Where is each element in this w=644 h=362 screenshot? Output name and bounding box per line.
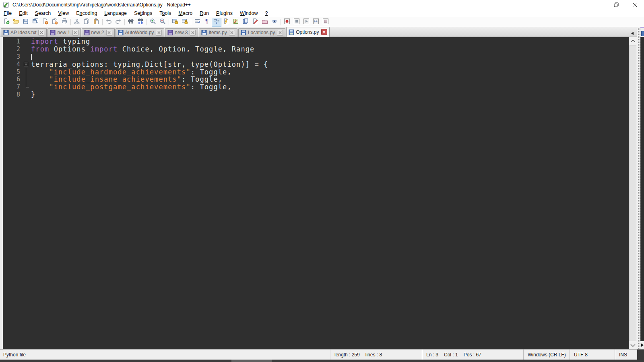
scrollbar-thumb[interactable] bbox=[630, 45, 636, 341]
code-line[interactable]: 6 "include_insane_achievements": Toggle, bbox=[3, 76, 629, 83]
menu-file[interactable]: File bbox=[0, 10, 15, 17]
file-modified-icon bbox=[167, 30, 173, 35]
tab-new-3[interactable]: new 3 bbox=[165, 28, 198, 37]
menu-run[interactable]: Run bbox=[196, 10, 213, 17]
undo-icon bbox=[105, 18, 112, 26]
document-list-icon bbox=[242, 18, 249, 26]
close-button[interactable] bbox=[40, 18, 50, 27]
menu-encoding[interactable]: Encoding bbox=[72, 10, 101, 17]
close-window-button[interactable] bbox=[625, 0, 644, 9]
menu-language[interactable]: Language bbox=[101, 10, 130, 17]
menu-window[interactable]: Window bbox=[236, 10, 261, 17]
menu-search[interactable]: Search bbox=[31, 10, 55, 17]
function-list-button[interactable] bbox=[221, 18, 231, 27]
tab-close-icon[interactable] bbox=[321, 29, 327, 35]
code-line[interactable]: 8} bbox=[3, 91, 629, 99]
zoom-in-button[interactable] bbox=[148, 18, 158, 27]
menu-plugins[interactable]: Plugins bbox=[213, 10, 236, 17]
project-folder-icon bbox=[262, 18, 268, 26]
code-area[interactable]: 1import typing2from Options import Choic… bbox=[3, 38, 629, 349]
document-list-button[interactable] bbox=[241, 18, 250, 27]
tab-locations-py[interactable]: Locations.py bbox=[238, 28, 285, 37]
print-icon bbox=[61, 18, 68, 26]
file-saved-icon bbox=[3, 30, 9, 35]
tab-options-py[interactable]: Options.py bbox=[286, 27, 329, 37]
redo-button[interactable] bbox=[114, 18, 123, 27]
secondary-pane-scroll[interactable] bbox=[640, 341, 644, 349]
editor-pane[interactable]: 1import typing2from Options import Choic… bbox=[0, 37, 644, 349]
tab-close-icon[interactable] bbox=[156, 30, 162, 36]
project-folder-button[interactable] bbox=[260, 18, 270, 27]
fold-margin bbox=[22, 53, 30, 61]
tab-new-1[interactable]: new 1 bbox=[47, 28, 80, 37]
code-line[interactable]: 5 "include_hardmode_achievements": Toggl… bbox=[3, 68, 629, 76]
tab-close-icon[interactable] bbox=[190, 30, 196, 36]
code-line[interactable]: 2from Options import Choice, Option, Tog… bbox=[3, 45, 629, 53]
macro-save-button[interactable] bbox=[321, 18, 330, 27]
code-line[interactable]: 7 "include_postgame_achievements": Toggl… bbox=[3, 83, 629, 91]
tab-close-icon[interactable] bbox=[38, 30, 44, 36]
scroll-down-icon[interactable] bbox=[629, 341, 637, 349]
save-all-button[interactable] bbox=[31, 18, 40, 27]
replace-button[interactable]: ab bbox=[136, 18, 145, 27]
macro-record-button[interactable] bbox=[282, 18, 292, 27]
tab-close-icon[interactable] bbox=[72, 30, 78, 36]
vertical-scrollbar[interactable] bbox=[629, 37, 637, 349]
menu-macro[interactable]: Macro bbox=[175, 10, 196, 17]
code-line[interactable]: 3 bbox=[3, 53, 629, 61]
tab-ap-ideas-txt[interactable]: AP Ideas.txt bbox=[1, 28, 47, 37]
find-button[interactable] bbox=[126, 18, 136, 27]
status-length-lines: length : 259 lines : 8 bbox=[330, 350, 422, 360]
pane-splitter[interactable] bbox=[637, 27, 640, 349]
new-file-button[interactable] bbox=[2, 18, 11, 27]
scroll-up-icon[interactable] bbox=[629, 37, 637, 45]
file-saved-icon bbox=[241, 30, 246, 35]
open-button[interactable] bbox=[11, 18, 21, 27]
tab-autoworld-py[interactable]: AutoWorld.py bbox=[116, 28, 165, 37]
status-doc-type: Python file bbox=[0, 350, 330, 360]
document-map-button[interactable] bbox=[231, 18, 241, 27]
print-button[interactable] bbox=[60, 18, 69, 27]
code-line[interactable]: 4terraria_options: typing.Dict[str, type… bbox=[3, 60, 629, 68]
minimize-button[interactable] bbox=[588, 0, 607, 9]
tab-new-2[interactable]: new 2 bbox=[82, 28, 115, 37]
menu-settings[interactable]: Settings bbox=[130, 10, 156, 17]
tab-close-icon[interactable] bbox=[277, 30, 283, 36]
line-number: 6 bbox=[3, 76, 22, 83]
macro-play-button[interactable] bbox=[301, 18, 311, 27]
tab-items-py[interactable]: Items.py bbox=[199, 28, 237, 37]
menu-tools[interactable]: Tools bbox=[156, 10, 175, 17]
menu-edit[interactable]: Edit bbox=[15, 10, 31, 17]
macro-play-multi-button[interactable] bbox=[311, 18, 321, 27]
open-icon bbox=[13, 18, 19, 26]
copy-button[interactable] bbox=[82, 18, 91, 27]
menu-view[interactable]: View bbox=[54, 10, 72, 17]
menu-help[interactable]: ? bbox=[262, 10, 272, 17]
sync-scroll-h-button[interactable] bbox=[180, 18, 190, 27]
zoom-out-button[interactable] bbox=[158, 18, 167, 27]
indent-guide-button[interactable] bbox=[212, 18, 221, 27]
secondary-pane-editor[interactable] bbox=[640, 37, 644, 341]
new-file-icon bbox=[3, 18, 10, 26]
macro-stop-button[interactable] bbox=[292, 18, 301, 27]
file-modified-icon bbox=[84, 30, 90, 35]
line-number: 2 bbox=[3, 45, 22, 53]
close-all-button[interactable] bbox=[50, 18, 60, 27]
secondary-pane-tab[interactable] bbox=[640, 27, 644, 37]
tab-close-icon[interactable] bbox=[229, 30, 235, 36]
code-line[interactable]: 1import typing bbox=[3, 38, 629, 45]
view-eye-button[interactable] bbox=[270, 18, 279, 27]
show-all-chars-button[interactable]: ¶ bbox=[202, 18, 212, 27]
paste-button[interactable] bbox=[91, 18, 101, 27]
tab-close-icon[interactable] bbox=[106, 30, 112, 36]
word-wrap-button[interactable] bbox=[192, 18, 202, 27]
fold-collapse-icon[interactable] bbox=[22, 60, 30, 68]
save-button[interactable] bbox=[21, 18, 31, 27]
restore-button[interactable] bbox=[607, 0, 625, 9]
undo-button[interactable] bbox=[104, 18, 114, 27]
toolbar-separator bbox=[147, 19, 147, 25]
sync-scroll-v-button[interactable] bbox=[170, 18, 180, 27]
tab-scroll-left-icon[interactable] bbox=[631, 30, 634, 37]
cut-button[interactable] bbox=[72, 18, 82, 27]
edit-marker-button[interactable] bbox=[250, 18, 260, 27]
